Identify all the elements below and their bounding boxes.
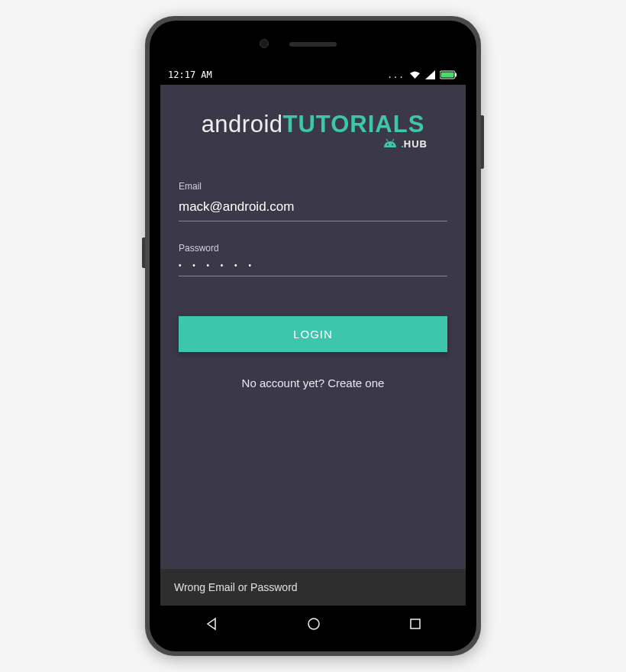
back-icon[interactable] (205, 617, 218, 631)
email-field-group: Email (179, 181, 447, 221)
logo-text-android: android (202, 111, 283, 137)
password-label: Password (179, 243, 447, 254)
svg-line-4 (392, 139, 394, 141)
svg-point-5 (387, 144, 389, 146)
svg-rect-1 (455, 73, 457, 77)
app-logo: androidTUTORIALS .HUB (179, 111, 447, 150)
android-icon (382, 138, 398, 149)
svg-line-3 (386, 139, 388, 141)
front-camera (260, 39, 269, 48)
screen: 12:17 AM ... androidTUTORIALS (160, 65, 466, 606)
login-button[interactable]: LOGIN (179, 316, 447, 352)
password-field-group: Password • • • • • • (179, 243, 447, 276)
recent-apps-icon[interactable] (409, 618, 421, 630)
status-bar: 12:17 AM ... (160, 65, 466, 85)
navigation-bar (160, 607, 466, 641)
svg-point-7 (308, 619, 319, 629)
create-account-link[interactable]: No account yet? Create one (179, 376, 447, 389)
more-icon: ... (387, 70, 405, 80)
email-label: Email (179, 181, 447, 192)
home-icon[interactable] (307, 617, 321, 631)
svg-rect-2 (441, 73, 454, 78)
login-content: androidTUTORIALS .HUB Ema (160, 85, 466, 389)
phone-frame: 12:17 AM ... androidTUTORIALS (145, 16, 481, 656)
status-time: 12:17 AM (168, 69, 212, 80)
snackbar: Wrong Email or Password (160, 569, 466, 606)
power-button (481, 115, 484, 169)
email-field[interactable] (179, 196, 447, 221)
logo-text-tutorials: TUTORIALS (283, 111, 425, 137)
snackbar-message: Wrong Email or Password (174, 581, 298, 593)
speaker (289, 42, 337, 47)
signal-icon (425, 70, 435, 79)
wifi-icon (409, 70, 421, 79)
volume-button (142, 237, 145, 268)
svg-point-6 (392, 144, 393, 146)
svg-rect-8 (411, 619, 420, 628)
logo-text-hub: HUB (404, 138, 428, 150)
password-field[interactable]: • • • • • • (179, 258, 447, 276)
battery-icon (440, 70, 458, 79)
